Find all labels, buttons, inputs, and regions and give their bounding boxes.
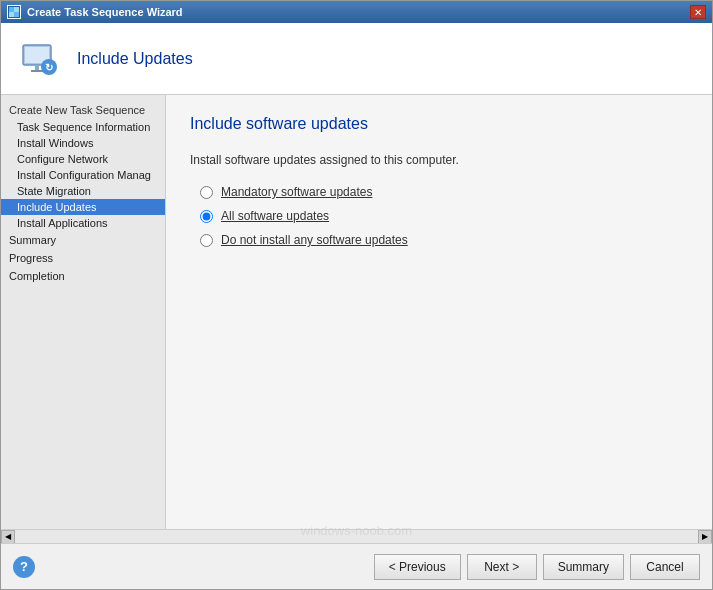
wizard-header-title: Include Updates xyxy=(77,50,193,68)
svg-rect-1 xyxy=(9,7,14,12)
svg-rect-4 xyxy=(14,12,19,17)
content-area: Create New Task Sequence Task Sequence I… xyxy=(1,95,712,529)
scroll-track[interactable] xyxy=(15,530,698,544)
sidebar-item-install-configuration-manager[interactable]: Install Configuration Manag xyxy=(1,167,165,183)
summary-button[interactable]: Summary xyxy=(543,554,624,580)
svg-rect-7 xyxy=(35,65,39,70)
next-button[interactable]: Next > xyxy=(467,554,537,580)
radio-all-updates[interactable]: All software updates xyxy=(200,209,688,223)
sidebar-item-completion[interactable]: Completion xyxy=(1,267,165,285)
title-bar: Create Task Sequence Wizard ✕ xyxy=(1,1,712,23)
scroll-left-arrow[interactable]: ◀ xyxy=(1,530,15,544)
radio-all-label: All software updates xyxy=(221,209,329,223)
update-options-group: Mandatory software updates All software … xyxy=(200,185,688,247)
sidebar-item-task-sequence-information[interactable]: Task Sequence Information xyxy=(1,119,165,135)
sidebar-item-state-migration[interactable]: State Migration xyxy=(1,183,165,199)
sidebar-item-progress[interactable]: Progress xyxy=(1,249,165,267)
radio-mandatory-input[interactable] xyxy=(200,186,213,199)
wizard-window: Create Task Sequence Wizard ✕ ↻ Include … xyxy=(0,0,713,590)
scroll-right-arrow[interactable]: ▶ xyxy=(698,530,712,544)
wizard-header: ↻ Include Updates xyxy=(1,23,712,95)
radio-no-updates[interactable]: Do not install any software updates xyxy=(200,233,688,247)
svg-text:↻: ↻ xyxy=(45,62,53,73)
sidebar-item-configure-network[interactable]: Configure Network xyxy=(1,151,165,167)
previous-button[interactable]: < Previous xyxy=(374,554,461,580)
sidebar-item-summary[interactable]: Summary xyxy=(1,231,165,249)
sidebar: Create New Task Sequence Task Sequence I… xyxy=(1,95,166,529)
sidebar-item-install-windows[interactable]: Install Windows xyxy=(1,135,165,151)
help-button[interactable]: ? xyxy=(13,556,35,578)
radio-none-label: Do not install any software updates xyxy=(221,233,408,247)
wizard-icon: ↻ xyxy=(15,35,63,83)
horizontal-scrollbar: ◀ ▶ xyxy=(1,529,712,543)
title-bar-left: Create Task Sequence Wizard xyxy=(7,5,183,19)
footer-left: ? xyxy=(13,556,35,578)
radio-mandatory-label: Mandatory software updates xyxy=(221,185,372,199)
radio-mandatory-updates[interactable]: Mandatory software updates xyxy=(200,185,688,199)
main-title: Include software updates xyxy=(190,115,688,133)
svg-rect-8 xyxy=(31,70,43,72)
radio-all-input[interactable] xyxy=(200,210,213,223)
sidebar-section-label: Create New Task Sequence xyxy=(1,101,165,119)
main-panel: Include software updates Install softwar… xyxy=(166,95,712,529)
footer-right: < Previous Next > Summary Cancel xyxy=(374,554,700,580)
wizard-footer: ? < Previous Next > Summary Cancel xyxy=(1,543,712,589)
sidebar-item-install-applications[interactable]: Install Applications xyxy=(1,215,165,231)
svg-rect-3 xyxy=(9,12,14,17)
sidebar-item-include-updates[interactable]: Include Updates xyxy=(1,199,165,215)
main-description: Install software updates assigned to thi… xyxy=(190,153,688,167)
title-bar-app-icon xyxy=(7,5,21,19)
svg-rect-2 xyxy=(14,7,19,12)
radio-none-input[interactable] xyxy=(200,234,213,247)
cancel-button[interactable]: Cancel xyxy=(630,554,700,580)
close-button[interactable]: ✕ xyxy=(690,5,706,19)
title-bar-text: Create Task Sequence Wizard xyxy=(27,6,183,18)
